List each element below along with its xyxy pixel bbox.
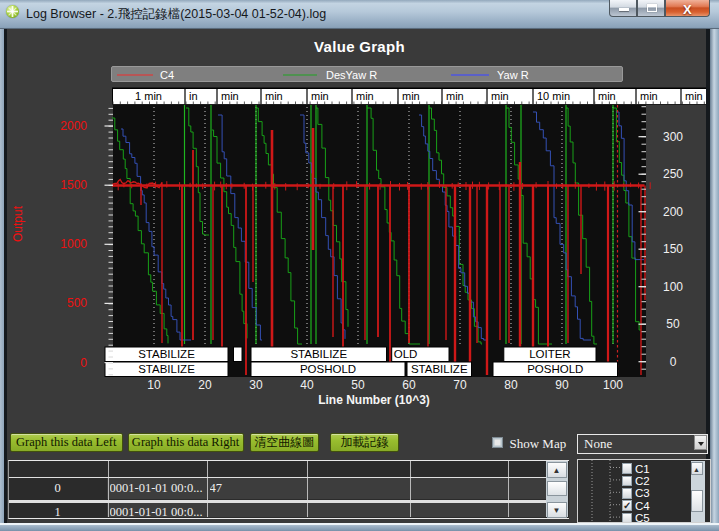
svg-text:10 min: 10 min — [537, 90, 570, 102]
svg-text:min: min — [640, 90, 658, 102]
svg-text:0: 0 — [80, 356, 87, 370]
svg-text:POSHOLD: POSHOLD — [300, 363, 356, 375]
svg-text:min: min — [491, 90, 509, 102]
svg-text:min: min — [446, 90, 464, 102]
svg-text:1500: 1500 — [60, 178, 87, 192]
svg-text:30: 30 — [249, 378, 263, 392]
svg-text:150: 150 — [663, 242, 683, 256]
svg-text:min: min — [311, 90, 329, 102]
svg-text:60: 60 — [402, 378, 416, 392]
svg-text:50: 50 — [666, 317, 680, 331]
svg-text:10: 10 — [147, 378, 161, 392]
svg-text:90: 90 — [555, 378, 569, 392]
svg-text:40: 40 — [300, 378, 314, 392]
svg-text:min: min — [265, 90, 283, 102]
svg-text:1000: 1000 — [60, 237, 87, 251]
svg-text:50: 50 — [351, 378, 365, 392]
svg-text:2000: 2000 — [60, 119, 87, 133]
svg-text:LOITER: LOITER — [529, 348, 571, 360]
svg-text:STABILIZE: STABILIZE — [290, 348, 347, 360]
svg-text:200: 200 — [663, 205, 683, 219]
svg-text:min: min — [221, 90, 239, 102]
svg-text:min: min — [598, 90, 616, 102]
svg-text:Line Number (10^3): Line Number (10^3) — [318, 393, 430, 407]
svg-text:OLD: OLD — [394, 348, 418, 360]
svg-text:STABILIZE: STABILIZE — [138, 348, 195, 360]
svg-text:STABILIZE: STABILIZE — [411, 363, 468, 375]
svg-text:500: 500 — [67, 296, 87, 310]
svg-text:70: 70 — [453, 378, 467, 392]
svg-text:Output: Output — [11, 205, 25, 242]
svg-text:min: min — [402, 90, 420, 102]
svg-text:0: 0 — [670, 355, 677, 369]
svg-text:min: min — [356, 90, 374, 102]
svg-text:300: 300 — [663, 130, 683, 144]
svg-text:100: 100 — [603, 378, 623, 392]
svg-text:1 min: 1 min — [135, 90, 162, 102]
svg-text:80: 80 — [504, 378, 518, 392]
svg-text:min: min — [685, 90, 703, 102]
svg-text:100: 100 — [663, 280, 683, 294]
svg-text:in: in — [189, 90, 198, 102]
svg-text:STABILIZE: STABILIZE — [138, 363, 195, 375]
svg-text:20: 20 — [198, 378, 212, 392]
svg-text:250: 250 — [663, 167, 683, 181]
svg-text:POSHOLD: POSHOLD — [527, 363, 583, 375]
